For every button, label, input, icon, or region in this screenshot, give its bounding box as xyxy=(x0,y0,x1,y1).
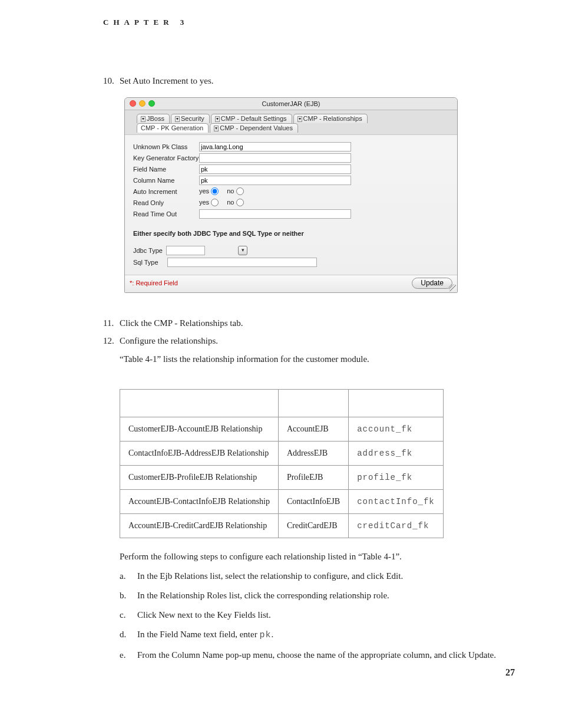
chapter-header: CHAPTER 3 xyxy=(103,18,515,27)
screenshot-window: CustomerJAR (EJB) ▾JBoss ▾Security ▾CMP … xyxy=(124,97,458,293)
tab-security-label: Security xyxy=(181,115,204,122)
radios-auto-increment: yes no xyxy=(199,187,250,196)
input-jdbc-type[interactable] xyxy=(166,246,205,255)
resize-icon[interactable] xyxy=(449,284,456,291)
label-read-only: Read Only xyxy=(133,199,199,206)
substep-b: b.In the Relationship Roles list, click … xyxy=(120,589,515,602)
rel-name: AccountEJB-CreditCardEJB Relationship xyxy=(120,514,279,538)
table-header-row xyxy=(120,390,444,417)
minimize-icon[interactable] xyxy=(139,100,146,107)
tab-jboss[interactable]: ▾JBoss xyxy=(137,114,170,123)
window-title: CustomerJAR (EJB) xyxy=(262,100,320,107)
step-10: 10.Set Auto Increment to yes. xyxy=(103,74,515,88)
input-column-name[interactable] xyxy=(199,176,351,185)
substep-b-text: In the Relationship Roles list, click th… xyxy=(137,589,389,602)
step-12-text: Configure the relationships. xyxy=(120,336,218,345)
rel-col: account_fk xyxy=(349,417,444,442)
substep-d-code: pk xyxy=(259,630,271,640)
traffic-lights xyxy=(130,100,155,107)
rel-role: AddressEJB xyxy=(278,442,348,466)
window-footer: *: Required Field Update xyxy=(125,275,457,292)
rel-col: address_fk xyxy=(349,442,444,466)
radio-auto-inc-yes[interactable] xyxy=(211,187,219,195)
tab-cmp-relationships[interactable]: ▾CMP - Relationships xyxy=(293,114,368,123)
radio-read-only-yes[interactable] xyxy=(211,199,219,206)
step-11: 11.Click the CMP - Relationships tab. xyxy=(103,317,515,330)
step-11-text: Click the CMP - Relationships tab. xyxy=(120,318,243,328)
table-row: AccountEJB-CreditCardEJB Relationship Cr… xyxy=(120,514,444,538)
input-sql-type[interactable] xyxy=(167,258,317,267)
radio-ro-yes-label: yes xyxy=(199,199,209,206)
update-button[interactable]: Update xyxy=(412,278,452,289)
rel-col: profile_fk xyxy=(349,466,444,490)
table-header-1 xyxy=(120,390,279,417)
input-unknown-pk[interactable] xyxy=(199,142,351,151)
tab-cmp-relationships-label: CMP - Relationships xyxy=(303,115,362,122)
radio-read-only-no[interactable] xyxy=(236,199,244,206)
label-auto-increment: Auto Increment xyxy=(133,188,199,195)
rel-name: ContactInfoEJB-AddressEJB Relationship xyxy=(120,442,279,466)
radio-yes-label: yes xyxy=(199,187,209,195)
label-unknown-pk: Unknown Pk Class xyxy=(133,143,199,150)
label-column-name: Column Name xyxy=(133,177,199,184)
tab-row-2: CMP - PK Generation ▾CMP - Dependent Val… xyxy=(125,123,457,135)
substep-c: c.Click New next to the Key Fields list. xyxy=(120,608,515,622)
radio-auto-inc-no[interactable] xyxy=(236,187,244,195)
label-jdbc-type: Jdbc Type xyxy=(133,247,166,254)
rel-col: creditCard_fk xyxy=(349,514,444,538)
input-read-timeout[interactable] xyxy=(199,209,351,219)
tab-security[interactable]: ▾Security xyxy=(171,114,210,123)
after-table-text: Perform the following steps to configure… xyxy=(120,550,515,564)
table-header-3 xyxy=(349,390,444,417)
step-12: 12.Configure the relationships. xyxy=(103,334,515,348)
page-number: 27 xyxy=(505,667,515,678)
required-note: *: Required Field xyxy=(130,279,178,286)
label-key-gen: Key Generator Factory xyxy=(133,154,199,162)
table-row: CustomerEJB-ProfileEJB Relationship Prof… xyxy=(120,466,444,490)
relationship-table: CustomerEJB-AccountEJB Relationship Acco… xyxy=(120,389,444,538)
substep-e-text: From the Column Name pop-up menu, choose… xyxy=(137,648,496,662)
jdbc-note: Either specify both JDBC Type and SQL Ty… xyxy=(133,230,449,237)
rel-name: CustomerEJB-ProfileEJB Relationship xyxy=(120,466,279,490)
tab-cmp-default-label: CMP - Default Settings xyxy=(221,115,287,122)
tab-cmp-pk-label: CMP - PK Generation xyxy=(141,124,203,131)
rel-name: AccountEJB-ContactInfoEJB Relationship xyxy=(120,490,279,514)
substep-d-pre: In the Field Name text field, enter xyxy=(137,630,259,639)
radios-read-only: yes no xyxy=(199,199,250,207)
tab-jboss-label: JBoss xyxy=(147,115,164,122)
substep-e: e.From the Column Name pop-up menu, choo… xyxy=(120,648,515,662)
substep-d-post: . xyxy=(271,630,273,639)
table-row: ContactInfoEJB-AddressEJB Relationship A… xyxy=(120,442,444,466)
form-area: Unknown Pk Class Key Generator Factory F… xyxy=(125,135,457,275)
tab-cmp-dependent[interactable]: ▾CMP - Dependent Values xyxy=(210,123,298,133)
tab-cmp-default[interactable]: ▾CMP - Default Settings xyxy=(211,114,292,123)
rel-role: AccountEJB xyxy=(278,417,348,442)
step-10-text: Set Auto Increment to yes. xyxy=(120,76,214,85)
radio-ro-no-label: no xyxy=(227,199,234,206)
substep-a: a.In the Ejb Relations list, select the … xyxy=(120,569,515,583)
label-sql-type: Sql Type xyxy=(133,259,166,266)
tab-row-1: ▾JBoss ▾Security ▾CMP - Default Settings… xyxy=(125,110,457,123)
tab-cmp-dependent-label: CMP - Dependent Values xyxy=(220,124,293,131)
table-header-2 xyxy=(278,390,348,417)
window-titlebar: CustomerJAR (EJB) xyxy=(125,98,457,110)
rel-role: ProfileEJB xyxy=(278,466,348,490)
table-row: AccountEJB-ContactInfoEJB Relationship C… xyxy=(120,490,444,514)
substep-d-text: In the Field Name text field, enter pk. xyxy=(137,628,273,642)
zoom-icon[interactable] xyxy=(148,100,155,107)
tab-cmp-pk-generation[interactable]: CMP - PK Generation xyxy=(137,123,209,133)
rel-role: ContactInfoEJB xyxy=(278,490,348,514)
label-field-name: Field Name xyxy=(133,166,199,173)
input-key-gen[interactable] xyxy=(199,153,351,163)
jdbc-type-popup[interactable]: ▾ xyxy=(238,246,247,255)
rel-role: CreditCardEJB xyxy=(278,514,348,538)
close-icon[interactable] xyxy=(130,100,136,107)
substep-a-text: In the Ejb Relations list, select the re… xyxy=(137,569,403,583)
substep-d: d. In the Field Name text field, enter p… xyxy=(120,628,515,642)
label-read-timeout: Read Time Out xyxy=(133,210,199,218)
step-12-note: “Table 4-1” lists the relationship infor… xyxy=(120,353,515,366)
table-row: CustomerEJB-AccountEJB Relationship Acco… xyxy=(120,417,444,442)
rel-col: contactInfo_fk xyxy=(349,490,444,514)
rel-name: CustomerEJB-AccountEJB Relationship xyxy=(120,417,279,442)
input-field-name[interactable] xyxy=(199,164,351,174)
